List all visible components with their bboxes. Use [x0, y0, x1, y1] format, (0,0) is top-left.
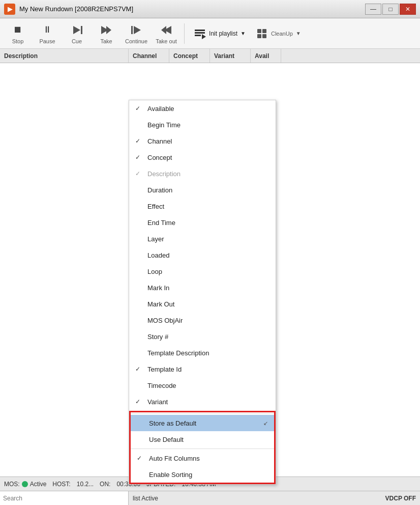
init-playlist-icon — [193, 26, 207, 41]
menu-label-layer: Layer — [147, 235, 164, 243]
take-out-icon — [159, 23, 173, 37]
menu-item-template-description[interactable]: ✓ Template Description — [129, 345, 276, 361]
col-header-avail: Avail — [251, 49, 281, 63]
pause-button[interactable]: ⏸ Pause — [34, 20, 61, 47]
cue-icon — [70, 23, 84, 37]
host-value: 10.2... — [77, 481, 94, 488]
continue-button[interactable]: Continue — [122, 20, 151, 47]
menu-label-template-id: Template Id — [147, 366, 182, 373]
menu-label-mark-out: Mark Out — [147, 300, 174, 308]
check-icon-variant: ✓ — [135, 398, 145, 405]
window-controls: — □ ✕ — [365, 4, 416, 15]
menu-item-begin-time[interactable]: ✓ Begin Time — [129, 117, 276, 133]
svg-rect-4 — [131, 26, 133, 34]
menu-item-use-default[interactable]: ✓ Use Default — [131, 431, 274, 447]
vdcp-status: VDCP OFF — [385, 495, 420, 502]
menu-item-loop[interactable]: ✓ Loop — [129, 263, 276, 279]
col-header-concept: Concept — [169, 49, 210, 63]
menu-item-layer[interactable]: ✓ Layer — [129, 231, 276, 247]
menu-item-channel[interactable]: ✓ Channel — [129, 133, 276, 149]
menu-item-mos-objair[interactable]: ✓ MOS ObjAir — [129, 312, 276, 328]
svg-marker-7 — [161, 26, 166, 34]
menu-item-timecode[interactable]: ✓ Timecode — [129, 377, 276, 394]
menu-label-available: Available — [147, 105, 174, 113]
mos-value: Active — [30, 481, 47, 488]
col-header-variant: Variant — [210, 49, 251, 63]
highlighted-section: ✓ Store as Default ↙ ✓ Use Default ✓ Aut… — [129, 411, 276, 484]
menu-label-channel: Channel — [147, 137, 172, 145]
search-status: list Active — [129, 495, 162, 502]
svg-marker-3 — [106, 26, 111, 34]
menu-label-use-default: Use Default — [149, 436, 184, 443]
column-headers: Description Channel Concept Variant Avai… — [0, 49, 420, 63]
main-area: Description Channel Concept Variant Avai… — [0, 49, 420, 505]
title-bar: ▶ My New Rundown [2008R2ENPS7VM] — □ ✕ — [0, 0, 420, 18]
menu-item-mark-in[interactable]: ✓ Mark In — [129, 279, 276, 296]
menu-item-enable-sorting[interactable]: ✓ Enable Sorting — [131, 466, 274, 483]
menu-item-auto-fit-columns[interactable]: ✓ Auto Fit Columns — [131, 450, 274, 466]
close-button[interactable]: ✕ — [400, 4, 416, 15]
menu-item-duration[interactable]: ✓ Duration — [129, 182, 276, 198]
svg-marker-0 — [73, 26, 80, 34]
search-bar: list Active VDCP OFF — [0, 491, 420, 505]
menu-label-timecode: Timecode — [147, 382, 176, 389]
menu-item-available[interactable]: ✓ Available — [129, 100, 276, 117]
menu-item-description[interactable]: ✓ Description — [129, 165, 276, 182]
stop-icon: ⏹ — [11, 23, 25, 37]
menu-item-concept[interactable]: ✓ Concept — [129, 149, 276, 165]
list-status: list Active — [133, 495, 158, 502]
take-icon — [99, 23, 113, 37]
menu-label-story-hash: Story # — [147, 333, 168, 341]
mos-status: MOS: Active — [4, 481, 46, 488]
check-icon-concept: ✓ — [135, 154, 145, 161]
menu-item-end-time[interactable]: ✓ End Time — [129, 214, 276, 231]
continue-icon — [129, 23, 143, 37]
menu-item-variant[interactable]: ✓ Variant — [129, 394, 276, 410]
menu-label-enable-sorting: Enable Sorting — [149, 471, 192, 479]
menu-label-mos-objair: MOS ObjAir — [147, 317, 183, 324]
check-icon-available: ✓ — [135, 105, 145, 112]
menu-item-loaded[interactable]: ✓ Loaded — [129, 247, 276, 263]
menu-separator-1 — [131, 413, 274, 414]
take-button[interactable]: Take — [93, 20, 120, 47]
menu-label-mark-in: Mark In — [147, 284, 169, 292]
menu-label-begin-time: Begin Time — [147, 121, 181, 129]
menu-label-description: Description — [147, 170, 181, 178]
cleanup-button[interactable]: CleanUp ▼ — [252, 20, 304, 47]
menu-label-store-as-default: Store as Default — [149, 419, 196, 427]
dropdown-menu: ✓ Available ✓ Begin Time ✓ Channel ✓ Con… — [129, 100, 276, 485]
menu-separator-2 — [131, 448, 274, 449]
menu-item-template-id[interactable]: ✓ Template Id — [129, 361, 276, 377]
svg-rect-14 — [257, 34, 261, 38]
window-title: My New Rundown [2008R2ENPS7VM] — [19, 5, 365, 13]
svg-rect-15 — [262, 34, 266, 38]
continue-label: Continue — [125, 38, 147, 44]
menu-item-mark-out[interactable]: ✓ Mark Out — [129, 296, 276, 312]
cleanup-dropdown-arrow: ▼ — [296, 31, 301, 36]
check-icon-channel: ✓ — [135, 137, 145, 145]
minimize-button[interactable]: — — [365, 4, 381, 15]
check-icon-auto-fit-columns: ✓ — [137, 455, 147, 462]
search-input[interactable] — [0, 491, 129, 505]
maximize-button[interactable]: □ — [382, 4, 399, 15]
cue-button[interactable]: Cue — [63, 20, 91, 47]
svg-marker-5 — [134, 26, 141, 34]
menu-label-duration: Duration — [147, 186, 172, 194]
col-header-description: Description — [0, 49, 129, 63]
take-out-button[interactable]: Take out — [153, 20, 180, 47]
init-playlist-dropdown-arrow: ▼ — [241, 31, 246, 36]
menu-item-effect[interactable]: ✓ Effect — [129, 198, 276, 214]
check-icon-description: ✓ — [135, 170, 145, 177]
menu-label-concept: Concept — [147, 154, 172, 161]
menu-item-story-hash[interactable]: ✓ Story # — [129, 328, 276, 345]
mos-dot — [22, 481, 28, 487]
svg-rect-12 — [257, 29, 261, 33]
menu-label-effect: Effect — [147, 203, 164, 210]
stop-button[interactable]: ⏹ Stop — [4, 20, 32, 47]
init-playlist-label: Init playlist — [209, 30, 237, 37]
toolbar-separator — [184, 23, 185, 44]
init-playlist-button[interactable]: Init playlist ▼ — [189, 20, 250, 47]
menu-item-store-as-default[interactable]: ✓ Store as Default ↙ — [131, 415, 274, 431]
menu-label-variant: Variant — [147, 398, 168, 406]
mos-label: MOS: — [4, 481, 20, 488]
